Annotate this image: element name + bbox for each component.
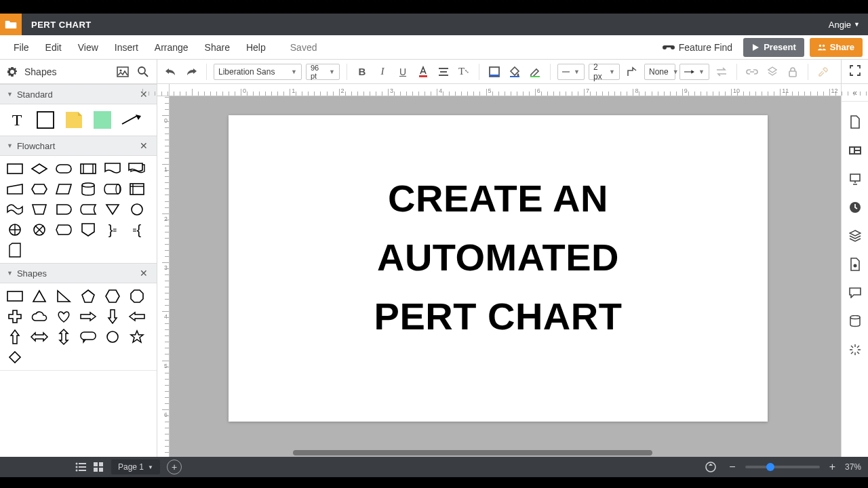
zoom-slider[interactable] <box>745 466 820 468</box>
sh-arrow-down[interactable] <box>103 309 122 324</box>
layers-lock-button[interactable] <box>764 64 781 80</box>
swap-ends-button[interactable] <box>713 64 730 80</box>
panel-flowchart-header[interactable]: ▼ Flowchart ✕ <box>0 136 157 156</box>
magic-icon[interactable] <box>847 342 863 358</box>
sh-octagon[interactable] <box>127 289 146 304</box>
layers-icon[interactable] <box>847 228 863 244</box>
share-button[interactable]: Share <box>810 38 863 57</box>
text-color-button[interactable] <box>415 64 431 80</box>
fc-brace-right[interactable]: }≡ <box>103 222 122 237</box>
shape-block[interactable] <box>34 110 57 130</box>
font-size-select[interactable]: 96 pt▼ <box>306 64 340 80</box>
font-select[interactable]: Liberation Sans▼ <box>214 64 302 80</box>
user-menu[interactable]: Angie ▼ <box>829 20 860 30</box>
fc-brace-left[interactable]: ≡{ <box>127 222 146 237</box>
sh-diamond[interactable] <box>5 350 24 365</box>
present-button[interactable]: Present <box>743 38 804 57</box>
canvas-text-block[interactable]: CREATE AN AUTOMATED PERT CHART <box>229 169 768 346</box>
sh-cloud[interactable] <box>30 309 49 324</box>
line-width-select[interactable]: 2 px▼ <box>589 64 620 80</box>
menu-arrange[interactable]: Arrange <box>146 38 197 57</box>
line-routing-button[interactable] <box>624 64 640 80</box>
sh-circle[interactable] <box>103 329 122 344</box>
fc-display[interactable] <box>54 222 73 237</box>
sh-arrow-right[interactable] <box>79 309 98 324</box>
sh-callout[interactable] <box>79 329 98 344</box>
presentation-icon[interactable] <box>847 171 863 187</box>
logo-folder-icon[interactable] <box>0 14 22 35</box>
fc-paper-tape[interactable] <box>5 202 24 217</box>
master-page-icon[interactable] <box>847 256 863 272</box>
line-style-select[interactable]: ▼ <box>557 64 585 80</box>
shape-hotspot[interactable] <box>91 110 114 130</box>
menu-edit[interactable]: Edit <box>37 38 70 57</box>
fc-decision[interactable] <box>30 161 49 176</box>
doc-page-icon[interactable] <box>847 114 863 130</box>
feature-find-button[interactable]: Feature Find <box>657 39 738 56</box>
fc-manual-input[interactable] <box>5 182 24 197</box>
sh-right-tri[interactable] <box>54 289 73 304</box>
align-button[interactable] <box>435 64 452 80</box>
close-icon[interactable]: ✕ <box>138 140 150 152</box>
sync-icon[interactable] <box>702 458 719 476</box>
redo-button[interactable] <box>183 64 199 80</box>
undo-button[interactable] <box>163 64 179 80</box>
bold-button[interactable]: B <box>354 64 370 80</box>
zoom-out-button[interactable]: − <box>726 461 738 473</box>
sh-hexagon[interactable] <box>103 289 122 304</box>
fc-merge[interactable] <box>103 202 122 217</box>
italic-button[interactable]: I <box>374 64 391 80</box>
fc-document[interactable] <box>103 161 122 176</box>
data-icon[interactable] <box>847 313 863 329</box>
underline-button[interactable]: U <box>395 64 411 80</box>
border-color-button[interactable] <box>486 64 502 80</box>
sh-rect[interactable] <box>5 289 24 304</box>
add-page-button[interactable]: + <box>167 460 182 474</box>
image-icon[interactable] <box>116 65 130 79</box>
grid-view-button[interactable] <box>90 458 107 476</box>
fill-color-button[interactable] <box>507 64 523 80</box>
sh-arrow-ud[interactable] <box>54 329 73 344</box>
fc-predefined[interactable] <box>79 161 98 176</box>
panel-shapes-header[interactable]: ▼ Shapes ✕ <box>0 263 157 283</box>
highlighter-button[interactable] <box>527 64 543 80</box>
menu-file[interactable]: File <box>5 38 37 57</box>
fc-internal-storage[interactable] <box>127 182 146 197</box>
fullscreen-button[interactable] <box>850 65 861 78</box>
sh-heart[interactable] <box>54 309 73 324</box>
fc-card[interactable] <box>5 243 24 258</box>
close-icon[interactable]: ✕ <box>138 267 150 279</box>
slides-icon[interactable] <box>847 142 863 159</box>
horizontal-scrollbar[interactable] <box>293 450 652 455</box>
tools-button[interactable] <box>815 64 831 80</box>
sh-cross[interactable] <box>5 309 24 324</box>
outline-view-button[interactable] <box>72 458 90 476</box>
close-icon[interactable]: ✕ <box>138 88 150 100</box>
sh-star[interactable] <box>127 329 146 344</box>
fc-data[interactable] <box>54 182 73 197</box>
shape-line[interactable] <box>119 110 142 130</box>
sh-pentagon[interactable] <box>79 289 98 304</box>
fc-database[interactable] <box>79 182 98 197</box>
menu-help[interactable]: Help <box>238 38 274 57</box>
fc-offpage[interactable] <box>79 222 98 237</box>
page[interactable]: CREATE AN AUTOMATED PERT CHART <box>229 115 768 422</box>
history-icon[interactable] <box>847 199 863 216</box>
collapse-dock-button[interactable]: « <box>842 88 868 102</box>
fc-delay[interactable] <box>54 202 73 217</box>
shape-text[interactable]: T <box>5 110 28 130</box>
page-selector[interactable]: Page 1 ▼ <box>111 460 160 474</box>
link-button[interactable] <box>744 64 760 80</box>
document-title[interactable]: PERT CHART <box>31 20 92 30</box>
line-start-select[interactable]: None▼ <box>644 64 675 80</box>
sh-triangle[interactable] <box>30 289 49 304</box>
fc-sum[interactable] <box>30 222 49 237</box>
fc-preparation[interactable] <box>30 182 49 197</box>
sh-arrow-lr[interactable] <box>30 329 49 344</box>
fc-terminator[interactable] <box>54 161 73 176</box>
menu-view[interactable]: View <box>70 38 106 57</box>
fc-connector[interactable] <box>127 202 146 217</box>
sh-arrow-left[interactable] <box>127 309 146 324</box>
gear-icon[interactable] <box>7 66 18 77</box>
sh-arrow-up[interactable] <box>5 329 24 344</box>
